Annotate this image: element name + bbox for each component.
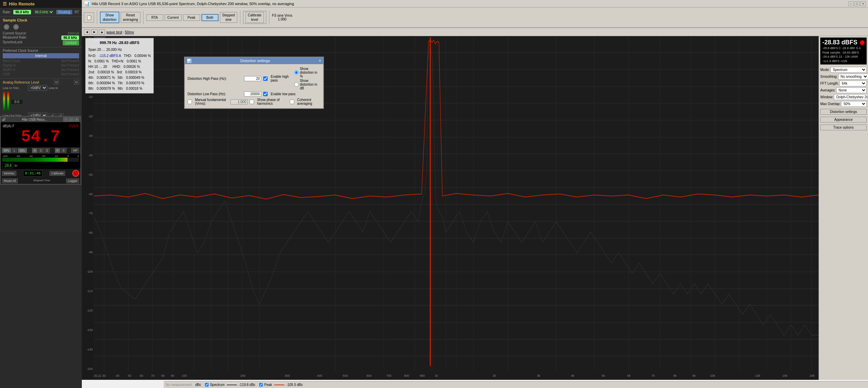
up-button[interactable]: ▲	[99, 29, 105, 35]
hilo-minimize-button[interactable]: −	[63, 117, 68, 121]
fft-select[interactable]: 64k	[839, 81, 867, 86]
show-distortion-button[interactable]: Show distortion	[100, 12, 119, 23]
both-button[interactable]: Both	[201, 14, 219, 21]
rate-select[interactable]: 96.0 kHz	[33, 10, 54, 14]
maximize-button[interactable]: □	[854, 1, 860, 6]
hp-button[interactable]: HP	[71, 148, 79, 153]
show-pct-radio[interactable]	[294, 70, 299, 75]
path-sep: ›	[123, 30, 124, 34]
record-button[interactable]	[72, 170, 79, 177]
radio-group: Show distortion in % Show distortion in …	[294, 67, 320, 90]
mode-label: Mode:	[820, 68, 830, 72]
appearance-button[interactable]: Appearance	[820, 117, 867, 123]
averages-select[interactable]: None	[836, 87, 867, 93]
coherent-avg-label: Coherent averaging	[297, 98, 320, 105]
mode-row: Mode: Spectrum	[820, 67, 867, 73]
reset-all-button[interactable]: Reset All	[2, 178, 18, 183]
minmax-button[interactable]: MinMax	[2, 171, 16, 176]
fft-row: FFT Length: 64k	[820, 81, 867, 86]
hilo-restore-button[interactable]: □	[69, 117, 74, 121]
x-axis: 20.21 30 40 50 60 70 80 90 100 200 300 4…	[94, 371, 819, 380]
close-button[interactable]: ×	[860, 1, 866, 6]
internal-button[interactable]: Internal	[3, 53, 79, 58]
path2[interactable]: 50mv	[125, 30, 134, 34]
routing-button[interactable]: Routing	[56, 10, 72, 14]
window-controls: − □ ×	[848, 1, 866, 6]
info-row-nd: N+D: -115.2 dBFS A THD: 0.00044 %	[88, 53, 151, 59]
right-panel: -28.83 dBFS -28.8 dBFS C -28.8 dBF S A P…	[819, 36, 868, 380]
c-button[interactable]: C	[38, 148, 44, 153]
stepped-sine-button[interactable]: Stepped sine	[220, 12, 237, 23]
manual-fund-input[interactable]	[230, 99, 248, 104]
clip-indicator[interactable]	[860, 40, 865, 45]
overlap-row: Max Overlap: 50%	[820, 101, 867, 107]
a-button[interactable]: A	[32, 148, 38, 153]
no-measurement-status: No measurement	[166, 383, 192, 387]
dialog-close-button[interactable]: ×	[319, 58, 321, 63]
spectrum-checkbox[interactable]	[205, 383, 208, 386]
volume-knob[interactable]	[3, 23, 10, 31]
s-button[interactable]: S	[61, 148, 66, 153]
low-pass-input[interactable]	[244, 91, 261, 97]
dbfs-value: -28.8	[4, 164, 12, 168]
back-button[interactable]: ◄	[84, 29, 90, 35]
word-clock-label: Word Clock	[3, 59, 20, 63]
toolbar-icon-btn[interactable]: 📋	[84, 12, 94, 23]
f-button[interactable]: F	[55, 148, 60, 153]
smoothing-select[interactable]: No smoothing	[838, 74, 868, 80]
high-pass-input[interactable]	[244, 76, 261, 81]
toolbar-sep4	[269, 11, 269, 24]
averages-label: Averages:	[820, 88, 836, 92]
spl-button[interactable]: SPL	[2, 148, 11, 153]
low-pass-row: Distortion Low Pass (Hz): Enable low pas…	[188, 91, 320, 97]
rate-section: Rate: 96.0 kHz 96.0 kHz Routing RT	[0, 8, 82, 17]
info-row-h89: 8th: 0.000078 % 9th: 0.00018 %	[88, 86, 151, 91]
distortion-settings-dialog: 📊 Distortion settings × Distortion High …	[184, 57, 324, 109]
forward-button[interactable]: ►	[91, 29, 98, 35]
m-btn2[interactable]: M	[74, 80, 79, 85]
current-button[interactable]: Current	[165, 14, 182, 21]
nav-bar: ◄ ► ▲ wave test › 50mv	[82, 28, 868, 36]
manual-fund-row: Manual fundamental (Vrms): Show phase of…	[188, 98, 320, 105]
dialog-title: 📊 Distortion settings ×	[185, 57, 323, 64]
peak-button[interactable]: Peak	[183, 14, 200, 21]
no-measurement-label: No measurement	[166, 383, 192, 387]
synchrolock-value: Locked	[63, 40, 79, 45]
l-button[interactable]: L	[12, 148, 17, 153]
line-in-trim-label: Line In Trim:	[3, 86, 27, 90]
trace-options-button[interactable]: Trace options	[820, 125, 867, 130]
spectrum-color-swatch	[227, 385, 237, 385]
dbfs-main-value: -28.83 dBFS	[822, 39, 857, 46]
peak-status: Peak -105.5 dBc	[259, 383, 303, 387]
info-row-n: N: 0.0061 % THD+N: 0.0061 %	[88, 59, 151, 64]
calibrate-button[interactable]: Calibrate	[49, 171, 65, 176]
hilo-close-button[interactable]: ×	[74, 117, 79, 121]
preferred-clock-section: Preferred Clock Source Internal Word Clo…	[0, 47, 82, 78]
mode-select[interactable]: Spectrum	[830, 67, 867, 73]
path1[interactable]: wave test	[106, 30, 122, 34]
distortion-settings-panel-button[interactable]: Distortion settings	[820, 109, 867, 115]
knob2[interactable]	[12, 23, 20, 31]
calibrate-level-button[interactable]: Calibrate level	[245, 12, 264, 23]
minimize-button[interactable]: −	[848, 1, 854, 6]
meter-value: 54.7	[3, 129, 78, 145]
show-phase-checkbox[interactable]	[250, 100, 254, 104]
enable-low-pass-checkbox[interactable]	[263, 92, 268, 96]
coherent-avg-checkbox[interactable]	[290, 100, 294, 104]
line-in-trim-select[interactable]: +0dBV	[28, 85, 47, 91]
enable-high-pass-checkbox[interactable]	[263, 76, 268, 81]
show-db-radio[interactable]	[294, 82, 299, 87]
m-btn1[interactable]: M	[54, 80, 59, 85]
sidebar-menu-icon[interactable]: ☰	[3, 1, 7, 6]
sel-button[interactable]: SEL	[18, 148, 27, 153]
manual-fund-checkbox[interactable]	[188, 100, 192, 104]
peak-checkbox[interactable]	[259, 383, 263, 386]
overlap-select[interactable]: 50%	[841, 101, 867, 107]
smoothing-label: Smoothing:	[820, 75, 838, 78]
toolbar-sep3	[240, 11, 240, 24]
logger-button[interactable]: Logger	[66, 178, 79, 183]
z-button[interactable]: Z	[45, 148, 50, 153]
window-select[interactable]: Dolph-Chebyshev 200	[834, 94, 868, 100]
rta-button[interactable]: RTA	[146, 14, 163, 21]
reset-averaging-button[interactable]: Reset averaging	[121, 12, 140, 23]
